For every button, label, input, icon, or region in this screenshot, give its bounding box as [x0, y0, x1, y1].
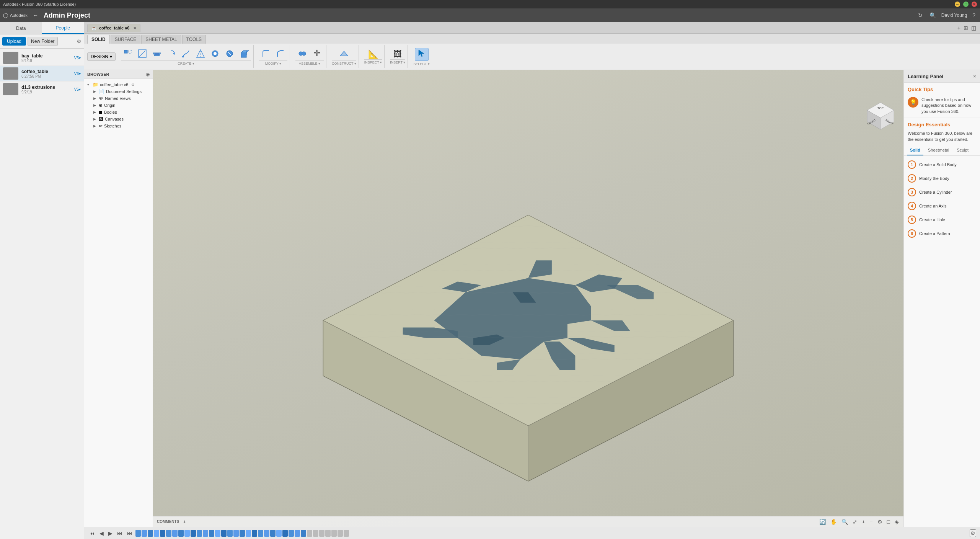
comment-add-button[interactable]: +: [182, 518, 187, 526]
zoom-button[interactable]: 🔍: [841, 518, 849, 526]
select-button[interactable]: [415, 48, 429, 61]
maximize-button[interactable]: □: [963, 2, 969, 7]
file-version-d1[interactable]: V5▾: [74, 87, 81, 91]
thread-button[interactable]: [223, 48, 236, 60]
orbit-button[interactable]: 🔄: [819, 518, 827, 526]
step-create-pattern[interactable]: 6 Create a Pattern: [908, 228, 976, 239]
tree-named-views[interactable]: ▶ 👁 Named Views: [92, 95, 151, 102]
timeline-mark[interactable]: [184, 530, 190, 537]
timeline-mark[interactable]: [197, 530, 202, 537]
help-button[interactable]: ?: [971, 11, 977, 19]
timeline-mark[interactable]: [233, 530, 239, 537]
learning-tab-sculpt[interactable]: Sculpt: [954, 145, 972, 155]
tree-root-item[interactable]: ▾ 📁 coffee_table v6 ⚙: [86, 81, 151, 88]
timeline-mark[interactable]: [338, 530, 343, 537]
timeline-mark[interactable]: [191, 530, 196, 537]
timeline-mark[interactable]: [227, 530, 233, 537]
timeline-mark[interactable]: [154, 530, 159, 537]
root-settings[interactable]: ⚙: [131, 83, 135, 87]
file-version-coffee[interactable]: V6▾: [74, 72, 81, 76]
measure-button[interactable]: 📐: [366, 49, 380, 59]
view-settings-button[interactable]: ⚙: [877, 518, 883, 526]
file-item-d1-extrusions[interactable]: d1.3 extrusions 9/2/19 V5▾: [0, 82, 84, 97]
file-version-bay[interactable]: V5▾: [74, 56, 81, 60]
file-item-bay-table[interactable]: bay_table 9/1/19 V5▾: [0, 50, 84, 66]
viewport[interactable]: TOP FRONT RIGHT COMMENTS + 🔄 ✋ 🔍 ⤢ +: [153, 70, 903, 527]
timeline-mark[interactable]: [203, 530, 208, 537]
assemble-label[interactable]: ASSEMBLE ▾: [295, 60, 324, 65]
timeline-mark[interactable]: [313, 530, 318, 537]
create-sketch-button[interactable]: [135, 48, 149, 60]
fillet-button[interactable]: [259, 48, 273, 60]
timeline-back-button[interactable]: ◀: [98, 529, 105, 537]
tree-sketches[interactable]: ▶ ✏ Sketches: [92, 122, 151, 129]
learning-tab-sheetmetal[interactable]: Sheetmetal: [925, 145, 952, 155]
pan-button[interactable]: ✋: [830, 518, 838, 526]
new-tab-button[interactable]: +: [957, 24, 961, 32]
back-button[interactable]: ←: [31, 11, 40, 19]
timeline-mark[interactable]: [331, 530, 337, 537]
grid-view-button[interactable]: ⊞: [963, 24, 969, 32]
extrude-button[interactable]: [150, 48, 164, 60]
modify-label[interactable]: MODIFY ▾: [259, 60, 287, 65]
inspect-label[interactable]: INSPECT ▾: [364, 59, 382, 64]
timeline-mark[interactable]: [221, 530, 227, 537]
step-create-axis[interactable]: 4 Create an Axis: [908, 200, 976, 212]
timeline-mark[interactable]: [252, 530, 257, 537]
layout-button[interactable]: ◫: [970, 24, 977, 32]
timeline-mark[interactable]: [215, 530, 220, 537]
timeline-mark[interactable]: [264, 530, 269, 537]
zoom-in-button[interactable]: +: [861, 518, 866, 526]
hole-button[interactable]: [208, 48, 222, 60]
step-create-hole[interactable]: 5 Create a Hole: [908, 214, 976, 225]
timeline-mark[interactable]: [270, 530, 276, 537]
tree-origin[interactable]: ▶ ⊕ Origin: [92, 102, 151, 109]
tree-canvases[interactable]: ▶ 🖼 Canvases: [92, 116, 151, 122]
panel-settings-button[interactable]: ⚙: [77, 38, 82, 44]
visual-style-button[interactable]: ◈: [894, 518, 900, 526]
timeline-start-button[interactable]: ⏮: [88, 529, 96, 537]
doc-tab-coffee[interactable]: ☕ coffee_table v6 ✕: [87, 24, 140, 32]
revolve-button[interactable]: [165, 48, 178, 60]
timeline-mark[interactable]: [178, 530, 184, 537]
timeline-mark[interactable]: [240, 530, 245, 537]
refresh-button[interactable]: ↻: [916, 11, 924, 19]
sweep-button[interactable]: [179, 48, 193, 60]
timeline-mark[interactable]: [295, 530, 300, 537]
toolbar-tab-tools[interactable]: TOOLS: [182, 35, 206, 44]
zoom-out-button[interactable]: −: [869, 518, 873, 526]
tab-people[interactable]: People: [42, 22, 84, 34]
timeline-mark[interactable]: [276, 530, 282, 537]
chamfer-button[interactable]: [274, 48, 287, 60]
select-label[interactable]: SELECT ▾: [413, 61, 429, 66]
step-create-cylinder[interactable]: 3 Create a Cylinder: [908, 186, 976, 198]
timeline-forward-button[interactable]: ⏭: [116, 529, 124, 537]
timeline-mark[interactable]: [209, 530, 214, 537]
move-button[interactable]: ✛: [310, 48, 324, 60]
create-label[interactable]: CREATE ▾: [121, 60, 251, 65]
toolbar-tab-surface[interactable]: SURFACE: [111, 35, 141, 44]
tree-doc-settings[interactable]: ▶ 📄 Document Settings: [92, 88, 151, 95]
minimize-button[interactable]: ─: [955, 2, 960, 7]
timeline-settings-button[interactable]: ⚙: [970, 529, 976, 537]
insert-canvas-button[interactable]: 🖼: [391, 49, 404, 59]
upload-button[interactable]: Upload: [2, 37, 26, 46]
timeline-mark[interactable]: [344, 530, 349, 537]
timeline-mark[interactable]: [148, 530, 153, 537]
view-cube[interactable]: TOP FRONT RIGHT: [865, 101, 896, 131]
new-component-button[interactable]: [121, 48, 135, 60]
search-button[interactable]: 🔍: [928, 11, 938, 19]
timeline-mark[interactable]: [246, 530, 251, 537]
doc-tab-close[interactable]: ✕: [133, 26, 136, 30]
construct-label[interactable]: CONSTRUCT ▾: [332, 60, 356, 65]
close-button[interactable]: ✕: [972, 2, 977, 7]
timeline-mark[interactable]: [166, 530, 171, 537]
tab-data[interactable]: Data: [0, 22, 42, 34]
timeline-mark[interactable]: [319, 530, 324, 537]
display-mode-button[interactable]: □: [886, 518, 891, 526]
plane-button[interactable]: [337, 48, 351, 60]
tree-bodies[interactable]: ▶ ◼ Bodies: [92, 109, 151, 116]
timeline-mark[interactable]: [301, 530, 306, 537]
step-modify-body[interactable]: 2 Modify the Body: [908, 173, 976, 184]
timeline-end-button[interactable]: ⏭: [126, 529, 134, 537]
